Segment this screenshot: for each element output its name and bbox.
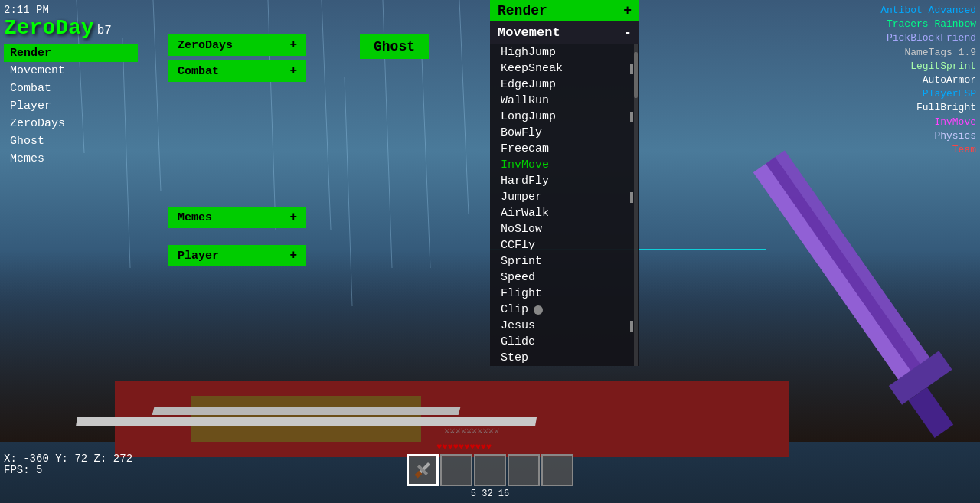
scrollbar-thumb[interactable] [634,52,638,98]
hud-autoarmor: AutoArmor [880,73,976,87]
dropdown-item-hardfly[interactable]: HardFly [490,173,639,189]
hud-team: Team [880,143,976,157]
dropdown-item-edgejump[interactable]: EdgeJump [490,77,639,93]
movement-dropdown: Render + Movement - HighJump KeepSneak E… [490,0,639,366]
sidebar-item-zerodays[interactable]: ZeroDays [4,115,138,132]
dropdown-item-jumper[interactable]: Jumper [490,189,639,205]
dropdown-render-header[interactable]: Render + [490,0,639,21]
dropdown-movement-subheader[interactable]: Movement - [490,21,639,44]
memes-button-wrapper: Memes + [168,207,306,228]
dropdown-item-jesus[interactable]: Jesus [490,318,639,334]
dropdown-item-speed[interactable]: Speed [490,269,639,286]
svg-text:⚔⚔⚔⚔⚔⚔⚔⚔⚔⚔: ⚔⚔⚔⚔⚔⚔⚔⚔⚔⚔ [444,426,499,436]
module-buttons-area: ZeroDays + Combat + [168,34,306,82]
bottom-hud: X: -360 Y: 72 Z: 272 FPS: 5 ⚔⚔⚔⚔⚔⚔⚔⚔⚔⚔ ♥… [0,426,980,503]
hud-physics: Physics [880,129,976,143]
jumper-bar [630,192,633,203]
svg-line-1 [153,0,161,191]
dropdown-item-wallrun[interactable]: WallRun [490,93,639,109]
svg-text:♥♥♥♥♥♥♥♥♥♥: ♥♥♥♥♥♥♥♥♥♥ [436,442,492,452]
dropdown-item-keepsneak[interactable]: KeepSneak [490,60,639,77]
hud-invmove-right: InvMove [880,116,976,129]
hotbar-slot-5[interactable] [541,454,573,486]
sidebar-item-memes[interactable]: Memes [4,150,138,168]
sword-item-icon [412,459,433,481]
player-button-wrapper: Player + [168,245,306,266]
sidebar-item-combat[interactable]: Combat [4,80,138,97]
svg-line-5 [345,77,352,306]
longjump-bar [630,112,633,122]
dropdown-item-glide[interactable]: Glide [490,334,639,350]
combat-button[interactable]: Combat + [168,60,306,82]
player-button[interactable]: Player + [168,245,306,266]
scrollbar-track[interactable] [634,44,638,366]
sidebar-item-ghost[interactable]: Ghost [4,132,138,150]
hud-tracers: Tracers Rainbow [880,18,976,31]
hud-antibot: Antibot Advanced [880,4,976,18]
dropdown-item-freecam[interactable]: Freecam [490,141,639,157]
item-counts: 5 32 16 [471,488,509,499]
dropdown-item-airwalk[interactable]: AirWalk [490,205,639,221]
keepsneak-bar [630,64,633,74]
memes-button[interactable]: Memes + [168,207,306,228]
dropdown-item-sprint[interactable]: Sprint [490,253,639,269]
hud-playeresp: PlayerESP [880,87,976,101]
hud-nametags: NameTags 1.9 [880,46,976,60]
svg-line-4 [459,0,469,214]
svg-rect-11 [766,157,929,383]
hotbar-slot-2[interactable] [440,454,472,486]
time-display: 2:11 PM [4,4,49,16]
svg-rect-10 [753,164,920,392]
hotbar-slots [407,454,573,486]
svg-rect-12 [776,150,939,376]
hotbar-area: ⚔⚔⚔⚔⚔⚔⚔⚔⚔⚔ ♥♥♥♥♥♥♥♥♥♥ 5 32 16 [407,423,573,499]
fps-display: FPS: 5 [4,464,42,476]
sword-icons: ⚔⚔⚔⚔⚔⚔⚔⚔⚔⚔ [444,423,536,436]
jesus-bar [630,321,633,332]
hud-pickblock: PickBlockFriend [880,31,976,45]
zerodays-button[interactable]: ZeroDays + [168,34,306,56]
ghost-button[interactable]: Ghost [360,34,429,59]
hotbar-slot-3[interactable] [474,454,506,486]
dropdown-item-noslow[interactable]: NoSlow [490,221,639,237]
dropdown-item-invmove[interactable]: InvMove [490,157,639,173]
sidebar-item-render[interactable]: Render [4,44,138,62]
hud-legitspring: LegitSprint [880,60,976,73]
dropdown-item-step[interactable]: Step [490,350,639,366]
dropdown-item-longjump[interactable]: LongJump [490,109,639,125]
svg-line-6 [421,38,430,268]
armor-bar: ⚔⚔⚔⚔⚔⚔⚔⚔⚔⚔ [444,423,536,436]
left-sidebar: ZeroDayb7 Render Movement Combat Player … [0,0,142,171]
dropdown-items-container: HighJump KeepSneak EdgeJump WallRun Long… [490,44,639,366]
dropdown-item-highjump[interactable]: HighJump [490,44,639,60]
sidebar-menu: Render Movement Combat Player ZeroDays G… [4,44,138,168]
coords-display: X: -360 Y: 72 Z: 272 [4,452,132,465]
sidebar-item-player[interactable]: Player [4,97,138,115]
svg-point-15 [534,305,543,315]
dropdown-item-flight[interactable]: Flight [490,286,639,302]
svg-line-8 [322,0,331,230]
hearts-bar: ♥♥♥♥♥♥♥♥♥♥ [436,439,544,452]
hud-fullbright: FullBright [880,101,976,115]
sidebar-item-movement[interactable]: Movement [4,62,138,80]
right-hud: Antibot Advanced Tracers Rainbow PickBlo… [880,4,976,157]
dropdown-item-bowfly[interactable]: BowFly [490,125,639,141]
dropdown-item-ccfly[interactable]: CCFly [490,237,639,253]
client-name-display: ZeroDayb7 [4,17,138,41]
hotbar-slot-1[interactable] [407,454,439,486]
hotbar-slot-4[interactable] [508,454,540,486]
dropdown-item-clip[interactable]: Clip [490,302,639,318]
hearts: ♥♥♥♥♥♥♥♥♥♥ [436,439,544,452]
